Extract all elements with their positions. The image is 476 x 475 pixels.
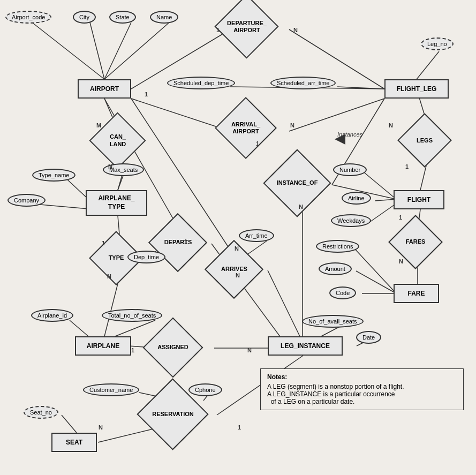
svg-line-14 [118, 176, 123, 190]
entity-leg-instance: LEG_INSTANCE [268, 336, 343, 356]
card-n-arrives: N [235, 245, 239, 252]
card-n-dep: N [293, 27, 298, 33]
attr-seat-no: Seat_no [24, 406, 58, 419]
card-instances: Instances [337, 131, 362, 138]
attr-leg-no: Leg_no [421, 37, 454, 50]
attr-total-seats: Total_no_of_seats [102, 309, 162, 322]
entity-airplane: AIRPLANE [75, 336, 131, 356]
card-n-arr2: N [290, 122, 294, 129]
rel-instance-of: INSTANCE_OF [262, 165, 332, 201]
svg-line-7 [337, 87, 384, 89]
svg-line-10 [289, 99, 384, 131]
entity-airport: AIRPORT [78, 79, 131, 99]
rel-arrival-airport: ARRIVAL_AIRPORT [214, 110, 277, 146]
card-1-arr1: 1 [145, 91, 148, 97]
notes-line-3: of a LEG on a particular date. [267, 398, 457, 405]
card-n-type2: N [107, 273, 111, 280]
attr-airport-code: Airport_code [5, 11, 51, 24]
entity-seat: SEAT [51, 433, 97, 452]
attr-restrictions: Restrictions [316, 240, 359, 253]
attr-airline: Airline [342, 192, 371, 205]
entity-fare: FARE [394, 284, 439, 303]
svg-line-37 [356, 271, 396, 293]
attr-type-name: Type_name [32, 169, 75, 182]
svg-line-1 [90, 22, 104, 79]
svg-line-0 [32, 22, 104, 79]
svg-line-2 [104, 22, 131, 79]
card-1-legs2: 1 [405, 163, 409, 170]
rel-legs: LEGS [401, 123, 449, 158]
card-1-resv2: 1 [238, 424, 241, 431]
attr-company: Company [7, 194, 46, 207]
attr-scheduled-arr-time: Scheduled_arr_time [270, 77, 336, 89]
notes-title: Notes: [267, 373, 457, 381]
attr-city: City [73, 11, 96, 24]
attr-name: Name [150, 11, 178, 24]
svg-line-23 [375, 199, 396, 201]
notes-box: Notes: A LEG (segment) is a nonstop port… [260, 368, 464, 410]
rel-reservation: RESERVATION [137, 395, 209, 434]
card-1-arr3: 1 [256, 140, 259, 147]
er-diagram: AIRPORT FLIGHT_LEG AIRPLANE_TYPE AIRPLAN… [0, 0, 476, 475]
attr-scheduled-dep-time: Scheduled_dep_time [167, 77, 235, 89]
card-1-fares1: 1 [399, 214, 402, 221]
card-n-instof: N [299, 203, 303, 210]
card-n-assigned2: N [247, 347, 252, 353]
svg-line-18 [70, 320, 88, 336]
svg-line-13 [64, 177, 88, 199]
attr-code: Code [329, 286, 356, 299]
attr-airplane-id: Airplane_id [31, 309, 73, 322]
svg-line-3 [104, 22, 169, 79]
attr-dep-time: Dep_time [127, 251, 165, 263]
card-1-departs: 1 [184, 238, 187, 245]
svg-line-36 [353, 247, 396, 293]
card-1-type1: 1 [102, 240, 105, 246]
card-1-assigned1: 1 [131, 347, 134, 353]
svg-line-8 [417, 51, 439, 79]
attr-amount: Amount [319, 262, 352, 275]
svg-line-47 [62, 415, 77, 433]
svg-line-24 [369, 203, 396, 222]
entity-airplane-type: AIRPLANE_TYPE [86, 190, 147, 216]
card-n-legs1: N [389, 122, 393, 129]
card-n-canland: N [108, 163, 112, 170]
entity-flight: FLIGHT [394, 190, 444, 209]
attr-arr-time: Arr_time [239, 229, 274, 242]
attr-date: Date [356, 331, 381, 344]
card-n-resv1: N [99, 424, 103, 431]
svg-line-15 [40, 205, 88, 209]
attr-number: Number [333, 163, 367, 176]
attr-cphone: Cphone [188, 383, 222, 396]
notes-line-1: A LEG (segment) is a nonstop portion of … [267, 383, 457, 390]
notes-line-2: A LEG_INSTANCE is a particular occurrenc… [267, 390, 457, 398]
rel-fares: FARES [391, 226, 440, 258]
attr-weekdays: Weekdays [331, 214, 371, 227]
card-1-dep: 1 [216, 27, 220, 33]
rel-arrives: ARRIVES [206, 253, 262, 286]
card-m-canland: M [96, 122, 101, 129]
rel-departure-airport: DEPARTURE_AIRPORT [213, 7, 281, 46]
rel-assigned: ASSIGNED [143, 331, 202, 364]
card-n-departs2: N [236, 272, 240, 278]
card-n-fares2: N [399, 258, 403, 265]
attr-no-avail-seats: No_of_avail_seats [302, 315, 364, 328]
svg-line-32 [268, 270, 300, 336]
attr-state: State [109, 11, 136, 24]
entity-flight-leg: FLIGHT_LEG [384, 79, 449, 99]
attr-customer-name: Customer_name [83, 383, 139, 396]
